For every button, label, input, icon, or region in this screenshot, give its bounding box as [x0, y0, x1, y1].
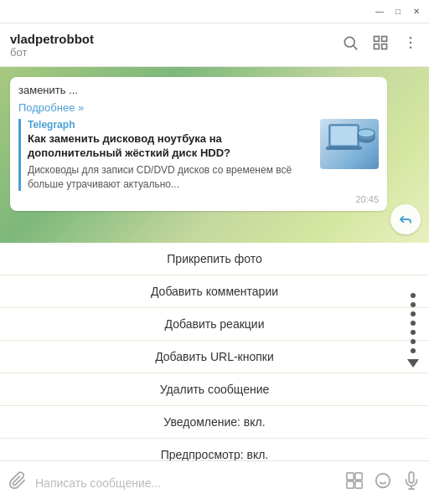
- svg-rect-11: [326, 147, 362, 150]
- svg-point-0: [344, 37, 354, 47]
- svg-rect-17: [355, 473, 362, 480]
- dot-4: [411, 321, 416, 326]
- notification-toggle-button[interactable]: Уведомление: вкл.: [0, 406, 429, 439]
- dot-7: [411, 348, 416, 353]
- sticker-panel-icon[interactable]: [345, 471, 364, 494]
- dot-5: [411, 330, 416, 335]
- actions-panel: Прикрепить фото Добавить комментарии Доб…: [0, 243, 429, 471]
- svg-rect-18: [347, 481, 354, 488]
- attach-icon[interactable]: [8, 471, 27, 494]
- svg-point-15: [358, 129, 375, 137]
- dot-1: [411, 293, 416, 298]
- emoji-icon[interactable]: [374, 471, 392, 494]
- forward-button[interactable]: [390, 204, 421, 234]
- article-source: Telegraph: [28, 119, 313, 131]
- message-bubble: заменить ... Подробнее » Telegraph Как з…: [10, 77, 387, 211]
- dotted-arrow: [407, 293, 419, 368]
- attach-photo-button[interactable]: Прикрепить фото: [0, 243, 429, 275]
- dot-2: [411, 302, 416, 307]
- chat-area: заменить ... Подробнее » Telegraph Как з…: [0, 67, 429, 243]
- chat-header: vladpetrobbot бот: [0, 23, 429, 67]
- svg-point-6: [410, 37, 412, 39]
- article-title: Как заменить дисковод ноутбука на дополн…: [28, 132, 313, 161]
- titlebar: — □ ✕: [0, 0, 429, 23]
- maximize-button[interactable]: □: [392, 6, 404, 18]
- header-icons: [342, 34, 419, 55]
- voice-icon[interactable]: [402, 471, 421, 494]
- chat-status: бот: [10, 46, 94, 59]
- svg-rect-3: [382, 37, 387, 42]
- more-icon[interactable]: [402, 34, 419, 55]
- content-area: заменить ... Подробнее » Telegraph Как з…: [0, 67, 429, 504]
- input-bar: [0, 460, 429, 504]
- delete-message-button[interactable]: Удалить сообщение: [0, 373, 429, 406]
- svg-rect-2: [375, 37, 380, 42]
- svg-rect-16: [347, 473, 354, 480]
- add-url-buttons-button[interactable]: Добавить URL-кнопки: [0, 341, 429, 373]
- close-button[interactable]: ✕: [411, 6, 422, 18]
- message-time: 20:45: [18, 194, 379, 204]
- chat-name: vladpetrobbot: [10, 32, 94, 46]
- add-comments-button[interactable]: Добавить комментарии: [0, 275, 429, 308]
- search-icon[interactable]: [342, 34, 359, 55]
- svg-line-1: [354, 46, 358, 50]
- more-link[interactable]: Подробнее »: [18, 101, 379, 114]
- article-image-inner: [320, 119, 379, 169]
- article-image: [320, 119, 379, 169]
- app-window: — □ ✕ vladpetrobbot бот: [0, 0, 429, 504]
- svg-point-7: [410, 42, 412, 44]
- article-text: Telegraph Как заменить дисковод ноутбука…: [28, 119, 313, 191]
- message-input[interactable]: [35, 476, 337, 490]
- dot-3: [411, 311, 416, 316]
- add-reactions-button[interactable]: Добавить реакции: [0, 308, 429, 341]
- svg-rect-10: [331, 126, 357, 145]
- chat-info: vladpetrobbot бот: [10, 32, 94, 59]
- svg-rect-5: [382, 44, 387, 49]
- arrow-down: [407, 359, 419, 368]
- svg-point-8: [410, 47, 412, 49]
- minimize-button[interactable]: —: [374, 6, 385, 18]
- svg-rect-19: [355, 481, 362, 488]
- layout-icon[interactable]: [372, 34, 389, 55]
- message-top-text: заменить ...: [18, 84, 379, 96]
- svg-point-20: [376, 474, 390, 488]
- input-right-icons: [345, 471, 421, 494]
- article-desc: Дисководы для записи CD/DVD дисков со вр…: [28, 163, 313, 192]
- titlebar-controls: — □ ✕: [374, 6, 422, 18]
- dot-6: [411, 339, 416, 344]
- svg-rect-4: [375, 44, 380, 49]
- article-card[interactable]: Telegraph Как заменить дисковод ноутбука…: [18, 119, 379, 191]
